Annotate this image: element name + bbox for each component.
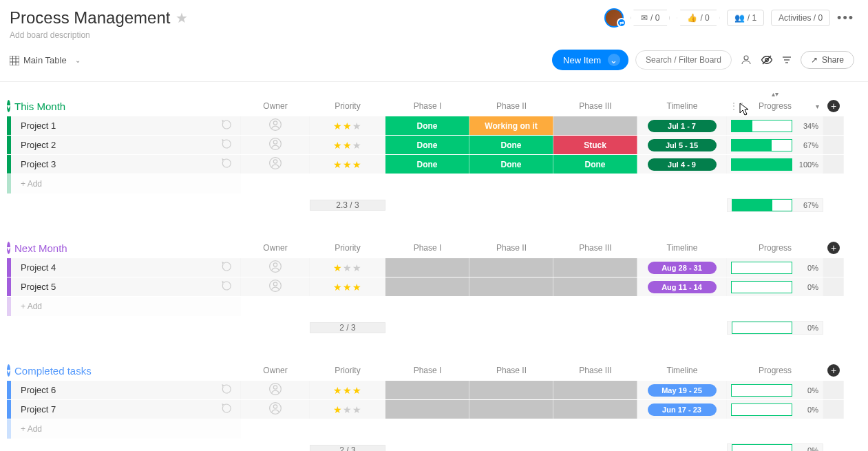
priority-cell[interactable]: ★★★ <box>310 116 385 135</box>
priority-cell[interactable]: ★★★ <box>310 277 385 296</box>
column-header-owner[interactable]: Owner <box>241 101 310 111</box>
progress-cell[interactable]: 67% <box>727 136 823 154</box>
chat-icon[interactable] <box>221 280 233 294</box>
new-item-button[interactable]: New Item ⌄ <box>552 50 628 70</box>
filter-icon[interactable] <box>781 54 792 65</box>
item-name-cell[interactable]: Project 4 <box>11 258 241 277</box>
phase3-status-cell[interactable]: Stuck <box>553 136 637 154</box>
phase1-status-cell[interactable]: Done <box>385 136 469 154</box>
chat-icon[interactable] <box>221 118 233 133</box>
progress-cell[interactable]: 0% <box>727 277 823 296</box>
item-name-cell[interactable]: Project 6 <box>11 381 241 399</box>
column-header-phase2[interactable]: Phase II <box>469 243 553 253</box>
column-header-phase1[interactable]: Phase I <box>385 101 469 111</box>
column-header-progress[interactable]: Progress <box>727 243 823 253</box>
phase3-status-cell[interactable] <box>553 277 637 296</box>
chat-icon[interactable] <box>221 157 233 171</box>
add-item-button[interactable]: + Add <box>11 297 241 316</box>
column-header-progress[interactable]: ▴▾⋮⋮ Progress ▾ <box>727 101 823 111</box>
phase2-status-cell[interactable]: Done <box>469 155 553 174</box>
phase3-status-cell[interactable] <box>553 381 637 399</box>
chat-icon[interactable] <box>221 138 233 152</box>
timeline-cell[interactable]: Aug 11 - 14 <box>637 277 727 296</box>
column-header-timeline[interactable]: Timeline <box>637 366 727 375</box>
add-item-button[interactable]: + Add <box>11 174 241 193</box>
owner-cell[interactable] <box>241 155 310 174</box>
column-header-phase2[interactable]: Phase II <box>469 366 553 375</box>
eye-icon[interactable] <box>761 54 773 66</box>
add-item-button[interactable]: + Add <box>11 419 241 439</box>
group-title[interactable]: This Month <box>13 101 247 112</box>
timeline-cell[interactable]: Jul 4 - 9 <box>637 155 727 174</box>
table-row[interactable]: Project 2 ★★★ DoneDoneStuck Jul 5 - 15 6… <box>7 136 861 155</box>
user-avatar[interactable]: ⇄ <box>604 8 624 28</box>
timeline-cell[interactable]: Aug 28 - 31 <box>637 258 727 277</box>
priority-cell[interactable]: ★★★ <box>310 155 385 174</box>
more-menu-icon[interactable]: ••• <box>837 11 854 25</box>
timeline-cell[interactable]: Jul 5 - 15 <box>637 136 727 154</box>
group-collapse-button[interactable]: ▾ <box>7 242 10 254</box>
phase2-status-cell[interactable]: Working on it <box>469 116 553 135</box>
sort-icon[interactable]: ▴▾ <box>772 90 779 98</box>
table-row[interactable]: Project 1 ★★★ DoneWorking on it Jul 1 - … <box>7 116 861 136</box>
phase1-status-cell[interactable] <box>385 277 469 296</box>
person-filter-icon[interactable] <box>740 54 752 66</box>
owner-cell[interactable] <box>241 277 310 296</box>
table-row[interactable]: Project 3 ★★★ DoneDoneDone Jul 4 - 9 100… <box>7 155 861 174</box>
share-button[interactable]: ↗ Share <box>801 51 854 69</box>
board-description[interactable]: Add board description <box>10 30 604 40</box>
column-header-phase1[interactable]: Phase I <box>385 366 469 375</box>
table-row[interactable]: Project 7 ★★★ Jun 17 - 23 0% <box>7 400 861 419</box>
chat-icon[interactable] <box>221 402 233 417</box>
timeline-cell[interactable]: Jul 1 - 7 <box>637 116 727 135</box>
drag-handle-icon[interactable]: ⋮⋮ <box>730 101 746 111</box>
column-header-phase3[interactable]: Phase III <box>553 101 637 111</box>
chevron-down-icon[interactable]: ▾ <box>816 103 819 110</box>
priority-cell[interactable]: ★★★ <box>310 136 385 154</box>
column-header-timeline[interactable]: Timeline <box>637 101 727 111</box>
item-name-cell[interactable]: Project 7 <box>11 400 241 419</box>
column-header-phase3[interactable]: Phase III <box>553 243 637 253</box>
owner-cell[interactable] <box>241 258 310 277</box>
progress-cell[interactable]: 0% <box>727 400 823 419</box>
timeline-cell[interactable]: May 19 - 25 <box>637 381 727 399</box>
likes-button[interactable]: 👍/ 0 <box>677 10 719 26</box>
phase3-status-cell[interactable]: Done <box>553 155 637 174</box>
group-title[interactable]: Next Month <box>13 242 247 254</box>
item-name-cell[interactable]: Project 2 <box>11 136 241 154</box>
view-selector[interactable]: Main Table ⌄ <box>10 54 81 65</box>
phase1-status-cell[interactable] <box>385 381 469 399</box>
phase1-status-cell[interactable]: Done <box>385 155 469 174</box>
phase3-status-cell[interactable] <box>553 258 637 277</box>
phase3-status-cell[interactable] <box>553 400 637 419</box>
owner-cell[interactable] <box>241 136 310 154</box>
activities-button[interactable]: Activities / 0 <box>771 10 830 26</box>
phase2-status-cell[interactable] <box>469 381 553 399</box>
table-row[interactable]: Project 4 ★★★ Aug 28 - 31 0% <box>7 258 861 277</box>
favorite-star-icon[interactable]: ★ <box>176 10 188 26</box>
item-name-cell[interactable]: Project 3 <box>11 155 241 174</box>
phase2-status-cell[interactable]: Done <box>469 136 553 154</box>
owner-cell[interactable] <box>241 400 310 419</box>
item-name-cell[interactable]: Project 5 <box>11 277 241 296</box>
phase2-status-cell[interactable] <box>469 400 553 419</box>
column-header-priority[interactable]: Priority <box>310 366 385 375</box>
phase1-status-cell[interactable] <box>385 400 469 419</box>
owner-cell[interactable] <box>241 381 310 399</box>
progress-cell[interactable]: 100% <box>727 155 823 174</box>
column-header-timeline[interactable]: Timeline <box>637 243 727 253</box>
phase2-status-cell[interactable] <box>469 277 553 296</box>
search-input[interactable] <box>635 50 732 70</box>
add-column-button[interactable]: + <box>827 100 840 112</box>
group-collapse-button[interactable]: ▾ <box>7 364 10 377</box>
column-header-phase2[interactable]: Phase II <box>469 101 553 111</box>
item-name-cell[interactable]: Project 1 <box>11 116 241 135</box>
priority-cell[interactable]: ★★★ <box>310 381 385 399</box>
column-header-phase1[interactable]: Phase I <box>385 243 469 253</box>
group-title[interactable]: Completed tasks <box>13 365 247 377</box>
priority-cell[interactable]: ★★★ <box>310 258 385 277</box>
progress-cell[interactable]: 0% <box>727 381 823 399</box>
group-collapse-button[interactable]: ▾ <box>7 100 10 112</box>
progress-cell[interactable]: 0% <box>727 258 823 277</box>
timeline-cell[interactable]: Jun 17 - 23 <box>637 400 727 419</box>
